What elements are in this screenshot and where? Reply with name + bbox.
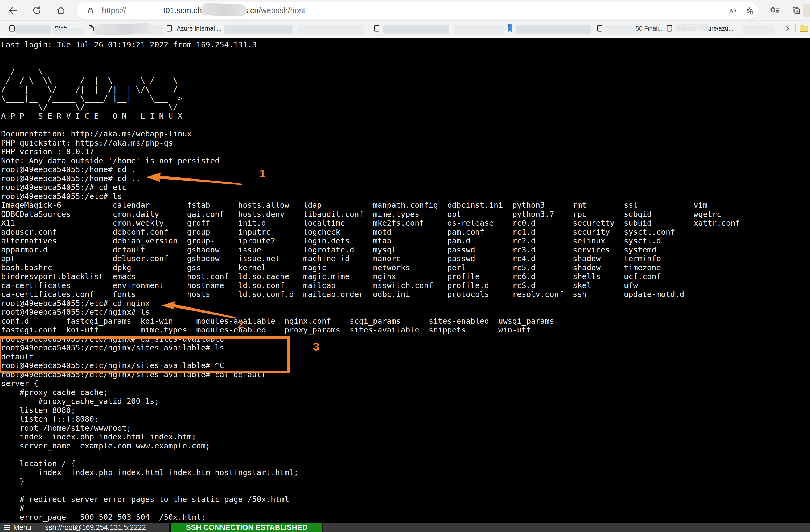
bookmark-redacted[interactable]	[743, 25, 774, 34]
bookmarks-bar-edge	[0, 36, 810, 38]
status-bar-filler	[323, 523, 810, 532]
bookmark-redacted[interactable]	[148, 25, 163, 34]
menu-button[interactable]: Menu	[0, 523, 41, 532]
flag-icon[interactable]	[506, 23, 514, 33]
page-icon[interactable]	[8, 24, 16, 32]
ssh-address: ssh://root@169.254.131.5:2222	[41, 523, 169, 532]
ssh-status-badge: SSH CONNECTION ESTABLISHED	[171, 523, 322, 532]
terminal-text: Last login: Tue Jul 26 01:19:21 2022 fro…	[1, 40, 740, 522]
page-icon[interactable]	[373, 24, 380, 32]
address-bar[interactable]: https://t01.scm.chinacloudsites.cn/webss…	[76, 2, 758, 19]
bookmark-redacted[interactable]	[15, 25, 51, 34]
other-favorites-folder-icon[interactable]	[799, 24, 809, 33]
add-favorite-star-icon[interactable]	[745, 6, 754, 15]
bookmark-redacted[interactable]	[383, 25, 449, 34]
bookmark-redacted[interactable]	[606, 25, 635, 34]
bookmark-redacted[interactable]	[297, 25, 364, 34]
bookmark-redacted[interactable]	[516, 25, 591, 34]
url-scheme: https://	[102, 6, 126, 15]
hamburger-icon	[4, 525, 10, 530]
bookmark-item[interactable]: 50 Finali...	[636, 25, 664, 32]
home-icon[interactable]	[55, 5, 66, 16]
favorites-bar-icon[interactable]	[769, 5, 780, 16]
bookmark-item-azure-internal[interactable]: Azure Internal ...	[177, 25, 222, 32]
bookmarks-bar: Blah Azure Internal ... 50 Finali... Git…	[0, 21, 810, 36]
url-redaction-blur	[201, 3, 247, 17]
page-icon[interactable]	[596, 24, 604, 32]
menu-label: Menu	[13, 523, 31, 532]
browser-window: https://t01.scm.chinacloudsites.cn/webss…	[0, 0, 810, 532]
page-icon[interactable]	[165, 24, 173, 32]
back-icon[interactable]	[7, 5, 18, 16]
read-aloud-icon[interactable]	[728, 6, 737, 15]
url-path: /webssh/host	[259, 6, 305, 15]
bookmark-redacted[interactable]	[53, 28, 85, 34]
page-icon[interactable]	[665, 24, 674, 32]
ssh-terminal[interactable]: Last login: Tue Jul 26 01:19:21 2022 fro…	[0, 38, 810, 523]
bookmarks-overflow-chevron-icon[interactable]	[784, 24, 792, 32]
lock-icon[interactable]	[86, 6, 95, 15]
profile-icon[interactable]	[803, 4, 810, 17]
browser-toolbar: https://t01.scm.chinacloudsites.cn/webss…	[0, 0, 810, 21]
collections-icon[interactable]	[791, 5, 802, 16]
bookmark-redacted[interactable]	[94, 23, 152, 35]
bookmark-redacted[interactable]	[224, 25, 293, 34]
bookmarks-divider	[795, 24, 796, 32]
refresh-icon[interactable]	[31, 5, 42, 16]
status-bar: Menu ssh://root@169.254.131.5:2222 SSH C…	[0, 523, 810, 532]
bookmark-redacted[interactable]	[454, 25, 504, 34]
bookmark-redacted[interactable]	[675, 24, 709, 31]
